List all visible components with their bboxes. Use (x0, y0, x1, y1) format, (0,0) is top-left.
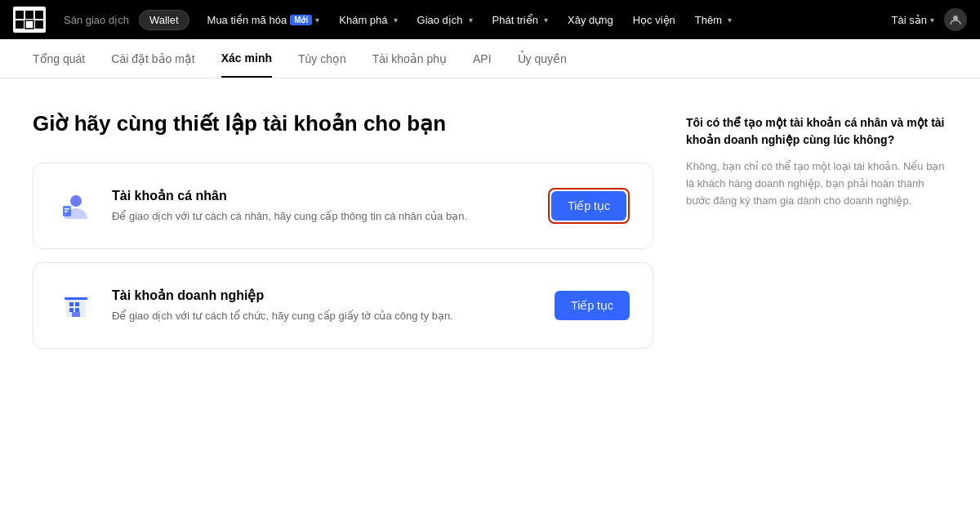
logo[interactable] (13, 7, 46, 33)
personal-continue-button[interactable]: Tiếp tục (551, 191, 626, 221)
page-title: Giờ hãy cùng thiết lập tài khoản cho bạn (33, 111, 653, 136)
chevron-icon: ▾ (394, 16, 398, 25)
subnav-item-subaccount[interactable]: Tài khoản phụ (372, 41, 447, 77)
svg-rect-15 (75, 308, 79, 312)
personal-card-desc: Để giao dịch với tư cách cá nhân, hãy cu… (112, 208, 548, 225)
svg-rect-2 (35, 11, 43, 19)
top-navigation: Sàn giao dịch Wallet Mua tiền mã hóa Mới… (0, 0, 980, 39)
business-card-text: Tài khoản doanh nghiệp Để giao dịch với … (112, 288, 555, 324)
chevron-icon: ▾ (728, 16, 732, 25)
chevron-icon: ▾ (469, 16, 473, 25)
business-account-card: Tài khoản doanh nghiệp Để giao dịch với … (33, 262, 653, 349)
svg-rect-0 (16, 11, 24, 19)
chevron-icon: ▾ (930, 16, 934, 25)
nav-right: Tài sản ▾ (892, 8, 967, 31)
nav-item-explore[interactable]: Khám phá ▾ (331, 9, 405, 31)
faq-body: Không, bạn chỉ có thể tạo một loại tài k… (686, 158, 947, 209)
assets-button[interactable]: Tài sản ▾ (892, 14, 934, 26)
subnav-item-overview[interactable]: Tổng quát (33, 41, 85, 77)
business-continue-button[interactable]: Tiếp tục (555, 291, 630, 320)
faq-section: Tôi có thể tạo một tài khoản cá nhân và … (686, 111, 947, 362)
business-card-desc: Để giao dịch với tư cách tổ chức, hãy cu… (112, 308, 555, 324)
subnav-item-verification[interactable]: Xác minh (221, 40, 272, 78)
avatar[interactable] (944, 8, 967, 31)
svg-rect-1 (25, 11, 33, 19)
new-badge: Mới (290, 15, 312, 25)
business-icon (56, 286, 96, 325)
subnav-item-preference[interactable]: Tùy chọn (298, 41, 346, 77)
chevron-icon: ▾ (544, 16, 548, 25)
nav-item-buy-crypto[interactable]: Mua tiền mã hóa Mới ▾ (199, 9, 328, 31)
faq-title: Tôi có thể tạo một tài khoản cá nhân và … (686, 114, 947, 149)
personal-card-title: Tài khoản cá nhân (112, 188, 548, 203)
nav-item-build[interactable]: Xây dựng (559, 9, 621, 31)
personal-account-card: Tài khoản cá nhân Để giao dịch với tư cá… (33, 163, 653, 249)
svg-point-6 (953, 16, 958, 20)
personal-card-text: Tài khoản cá nhân Để giao dịch với tư cá… (112, 188, 548, 225)
nav-item-trade[interactable]: Giao dịch ▾ (409, 9, 481, 31)
nav-item-develop[interactable]: Phát triển ▾ (484, 9, 556, 31)
subnav-item-authorization[interactable]: Ủy quyền (518, 41, 567, 77)
svg-rect-5 (35, 20, 43, 29)
subnav-item-api[interactable]: API (473, 41, 492, 77)
svg-rect-10 (65, 211, 68, 212)
svg-rect-16 (72, 312, 80, 317)
sub-navigation: Tổng quát Cài đặt bảo mật Xác minh Tùy c… (0, 39, 980, 78)
nav-item-more[interactable]: Thêm ▾ (687, 9, 740, 31)
svg-rect-13 (75, 302, 79, 306)
main-content: Giờ hãy cùng thiết lập tài khoản cho bạn… (0, 78, 980, 395)
personal-icon (56, 186, 96, 225)
svg-rect-3 (16, 20, 24, 29)
personal-btn-wrapper: Tiếp tục (548, 188, 630, 224)
chevron-icon: ▾ (315, 16, 319, 25)
svg-rect-12 (69, 302, 74, 306)
nav-item-academy[interactable]: Học viện (625, 9, 684, 31)
wallet-tab[interactable]: Wallet (139, 10, 189, 30)
svg-rect-4 (25, 20, 33, 29)
svg-rect-9 (65, 208, 69, 210)
svg-rect-17 (65, 297, 87, 300)
svg-rect-14 (69, 308, 74, 312)
business-card-title: Tài khoản doanh nghiệp (112, 288, 555, 303)
exchange-tab[interactable]: Sàn giao dịch (56, 9, 137, 31)
subnav-item-security[interactable]: Cài đặt bảo mật (111, 41, 194, 77)
svg-point-7 (70, 195, 82, 207)
left-section: Giờ hãy cùng thiết lập tài khoản cho bạn… (33, 111, 653, 362)
